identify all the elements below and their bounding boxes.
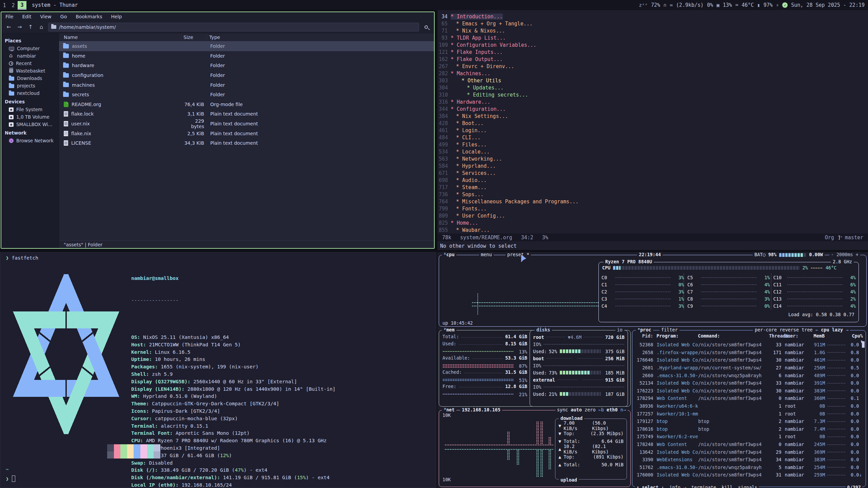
org-heading-line[interactable]: 316 * Hardware... <box>437 98 868 105</box>
process-row[interactable]: 179127 btop btop 2 nambiar 7.3M 0.0 <box>635 418 863 425</box>
menu-item[interactable]: Go <box>60 14 67 19</box>
org-heading-line[interactable]: 534 * Locale... <box>437 148 868 155</box>
column-header-type[interactable]: Type <box>207 35 434 40</box>
menu-button[interactable]: menu <box>479 252 494 257</box>
org-heading-line[interactable]: 384 * Nix Settings... <box>437 113 868 120</box>
file-row[interactable]: flake.lock 3,1 KiB Plain text document <box>59 109 434 119</box>
process-row[interactable]: 51762 .emacs-31.0.50- /nix/store/wnqz5pa… <box>635 464 863 471</box>
file-row[interactable]: user.nix 229 bytes Plain text document <box>59 119 434 129</box>
org-heading-line[interactable]: 267 * Envrc + Direnv... <box>437 63 868 70</box>
path-bar[interactable]: /home/nambiar/system/ <box>48 23 419 32</box>
up-button[interactable]: ↑ <box>26 24 35 30</box>
process-row[interactable]: 178294 Web Content /nix/store/sm8fmrf3wp… <box>635 394 863 402</box>
process-row[interactable]: 2601 .Hyprland-wrapp /run/current-system… <box>635 364 863 372</box>
proc-controls[interactable]: per-core reverse tree ← cpu lazy → <box>753 327 850 332</box>
sidebar-item[interactable]: nextcloud <box>1 89 59 97</box>
process-row[interactable]: 178616 btop btop 2 nambiar 7.4M 0.0 <box>635 425 863 433</box>
process-row[interactable]: 176223 Isolated Web Co /nix/store/sm8fmr… <box>635 387 863 395</box>
org-heading-line[interactable]: 563 * Networking... <box>437 155 868 162</box>
filter-button[interactable]: filter <box>659 327 679 332</box>
org-heading-line[interactable]: 855 * Waubar... <box>437 226 868 233</box>
process-row[interactable]: 38936 kworker/u64:6-kc 1 root 0B 0.0 <box>635 402 863 410</box>
mem-tab[interactable]: ²mem <box>442 327 456 332</box>
proc-tab[interactable]: ⁴proc <box>636 327 653 332</box>
org-heading-line[interactable]: 121 * Flake Inputs... <box>437 48 868 56</box>
sidebar-item[interactable]: Computer <box>1 45 59 52</box>
net-tab[interactable]: ³net <box>442 407 456 412</box>
workspace-2[interactable]: 2 <box>9 1 18 10</box>
workspace-1[interactable]: 1 <box>0 1 9 10</box>
org-heading-line[interactable]: 303 * Other Utils <box>437 77 868 84</box>
org-heading-line[interactable]: 162 * Flake Output... <box>437 56 868 63</box>
clock-date[interactable]: Sun, 28 Sep 2025 - 22:19 <box>791 2 865 8</box>
file-row[interactable]: hardware Folder <box>59 61 434 70</box>
back-button[interactable]: ← <box>5 24 13 30</box>
cpu-tab[interactable]: ¹cpu <box>442 252 456 257</box>
org-heading-line[interactable]: 93 * TLDR App List... <box>437 34 868 41</box>
file-row[interactable]: configuration Folder <box>59 70 434 80</box>
process-row[interactable]: 175749 kworker/6:2-even 1 root 0B 0.0 <box>635 433 863 441</box>
idle-inhibit-icon[interactable]: zᶻᶻ <box>639 2 648 8</box>
org-heading-line[interactable]: 71 * Nix & Nixos... <box>437 27 868 34</box>
org-heading-line[interactable]: 584 * Hyprland... <box>437 162 868 169</box>
proc-footer-actions[interactable]: ↑ select ↓ info ↵ terminate kill signals <box>635 485 759 488</box>
org-heading-line[interactable]: 671 * Services... <box>437 169 868 177</box>
org-heading-line[interactable]: 799 * Fonts... <box>437 205 868 212</box>
file-row[interactable]: README.org 76,4 KiB Org-mode file <box>59 100 434 109</box>
org-heading-line[interactable]: 717 * Steam... <box>437 184 868 191</box>
menu-item[interactable]: File <box>5 14 13 19</box>
sidebar-item[interactable]: projects <box>1 82 59 89</box>
org-heading-line[interactable]: 304 * Updates... <box>437 84 868 91</box>
org-heading-line[interactable]: 698 * Audio... <box>437 177 868 184</box>
io-toggle[interactable]: io <box>615 327 624 332</box>
search-button[interactable] <box>422 23 431 32</box>
org-heading-line[interactable]: 461 * Login... <box>437 127 868 134</box>
process-row[interactable]: 52368 Isolated Web Co /nix/store/sm8fmrf… <box>635 341 863 349</box>
process-row[interactable]: 176000 Isolated Web Co /nix/store/sm8fmr… <box>635 471 863 479</box>
forward-button[interactable]: → <box>16 24 24 30</box>
process-row[interactable]: 3390 WebExtensions /nix/store/sm8fmrf3wp… <box>635 456 863 464</box>
org-heading-line[interactable]: 809 * User Config... <box>437 212 868 219</box>
workspace-3-active[interactable]: 3 <box>18 1 26 10</box>
org-heading-line[interactable]: 484 * CLI... <box>437 134 868 141</box>
org-heading-line[interactable]: 109 * Configuration Variables... <box>437 41 868 48</box>
process-row[interactable]: 178248 Web Content /nix/store/sm8fmrf3wp… <box>635 441 863 448</box>
org-heading-line[interactable]: 282 * Machines... <box>437 70 868 77</box>
org-heading-line[interactable]: 499 * Files... <box>437 141 868 148</box>
menu-item[interactable]: View <box>40 14 52 19</box>
sidebar-item[interactable]: 1,0 TB Volume <box>1 113 59 121</box>
sidebar-item[interactable]: Recent <box>1 60 59 67</box>
file-row[interactable]: home Folder <box>59 51 434 61</box>
file-row[interactable]: secrets Folder <box>59 90 434 100</box>
net-controls[interactable]: sync auto zero ←b eth0 n→ <box>555 407 628 412</box>
column-header-name[interactable]: Name <box>59 35 181 40</box>
process-row[interactable]: 176646 Isolated Web Co /nix/store/sm8fmr… <box>635 356 863 364</box>
org-heading-line[interactable]: 736 * Sops... <box>437 191 868 198</box>
process-row[interactable]: 13642 Isolated Web Co /nix/store/sm8fmrf… <box>635 448 863 456</box>
menu-item[interactable]: Bookmarks <box>76 14 102 19</box>
sidebar-item[interactable]: SMALLBOX Wi... <box>1 121 59 128</box>
process-row[interactable]: 2658 .firefox-wrappe /nix/store/sm8fmrf3… <box>635 349 863 357</box>
org-heading-line[interactable]: 825 * Home... <box>437 219 868 226</box>
menu-item[interactable]: Edit <box>22 14 31 19</box>
org-heading-line[interactable]: 428 * Boot... <box>437 120 868 127</box>
org-heading-line[interactable]: 65 * Emacs + Org + Tangle... <box>437 20 868 27</box>
process-row[interactable]: 52134 Isolated Web Co /nix/store/sm8fmrf… <box>635 379 863 387</box>
update-interval[interactable]: - 2000ms + <box>829 252 860 257</box>
sidebar-item[interactable]: File System <box>1 106 59 113</box>
process-row[interactable]: 177257 kworker/10:1-mm_ 1 root 0B 0.0 <box>635 410 863 418</box>
home-button[interactable]: ⌂ <box>37 24 45 30</box>
org-heading-line[interactable]: 34 * Introduction... <box>437 13 868 20</box>
proc-scrollbar[interactable] <box>862 341 865 348</box>
file-row[interactable]: flake.nix 2,5 KiB Plain text document <box>59 128 434 138</box>
org-heading-line[interactable]: 344 * Configuration... <box>437 105 868 113</box>
sidebar-item[interactable]: nambiar <box>1 52 59 60</box>
process-row[interactable]: 2660 .emacs-31.0.50- /nix/store/wnqz5pa8… <box>635 371 863 379</box>
org-heading-line[interactable]: 310 * Editing secrets... <box>437 91 868 98</box>
sidebar-item[interactable]: Browse Network <box>1 137 59 144</box>
sidebar-item[interactable]: Wastebasket <box>1 67 59 75</box>
sidebar-item[interactable]: Downloads <box>1 75 59 82</box>
file-row[interactable]: machines Folder <box>59 80 434 90</box>
menu-item[interactable]: Help <box>111 14 122 19</box>
org-heading-line[interactable]: 764 * Miscellaneous Packages and Program… <box>437 198 868 205</box>
